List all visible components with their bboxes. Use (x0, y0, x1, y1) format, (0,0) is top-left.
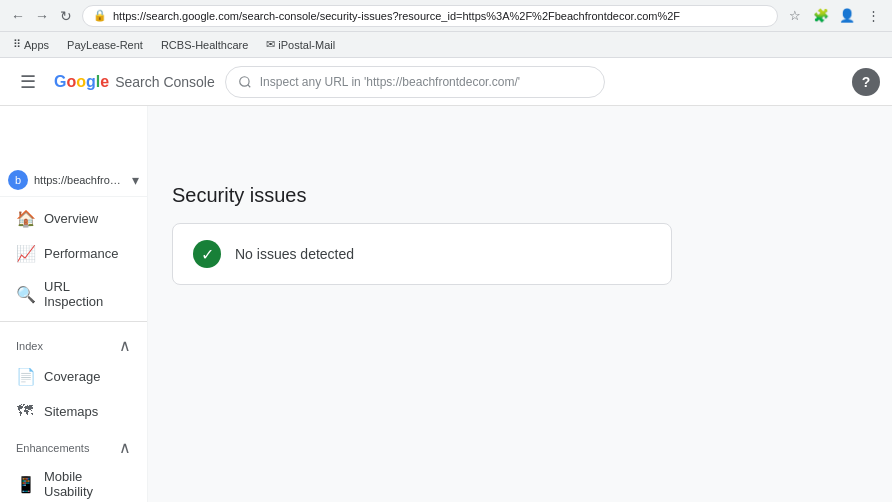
index-section-label: Index (16, 340, 43, 352)
site-name: https://beachfrontdecor.com/ (34, 174, 126, 186)
top-bar-right: ? (852, 68, 880, 96)
app-name: Search Console (115, 74, 215, 90)
home-icon: 🏠 (16, 209, 34, 228)
status-message: No issues detected (235, 246, 354, 262)
nav-buttons: ← → ↻ (8, 6, 76, 26)
more-options-icon[interactable]: ⋮ (862, 5, 884, 27)
sidebar-item-mobile-usability[interactable]: 📱 Mobile Usability (0, 461, 139, 502)
performance-label: Performance (44, 246, 118, 261)
sidebar-item-url-inspection[interactable]: 🔍 URL Inspection (0, 271, 139, 317)
sidebar: b https://beachfrontdecor.com/ ▾ 🏠 Overv… (0, 58, 148, 502)
profile-icon[interactable]: 👤 (836, 5, 858, 27)
bookmark-label: RCBS-Healthcare (161, 39, 248, 51)
bookmark-apps[interactable]: ⠿ Apps (8, 36, 54, 53)
bookmarks-bar: ⠿ Apps PayLease-Rent RCBS-Healthcare ✉ i… (0, 32, 892, 58)
search-bar[interactable]: Inspect any URL in 'https://beachfrontde… (225, 66, 605, 98)
url-inspection-icon: 🔍 (16, 285, 34, 304)
back-button[interactable]: ← (8, 6, 28, 26)
svg-point-0 (240, 76, 249, 85)
status-card: ✓ No issues detected (172, 223, 672, 285)
section-toggle-icon[interactable]: ∧ (119, 336, 131, 355)
url-text: https://search.google.com/search-console… (113, 10, 680, 22)
site-selector[interactable]: b https://beachfrontdecor.com/ ▾ (0, 164, 147, 197)
performance-icon: 📈 (16, 244, 34, 263)
page-title: Security issues (172, 184, 868, 207)
site-favicon: b (8, 170, 28, 190)
search-placeholder: Inspect any URL in 'https://beachfrontde… (260, 75, 520, 89)
mobile-usability-label: Mobile Usability (44, 469, 123, 499)
sidebar-item-performance[interactable]: 📈 Performance (0, 236, 139, 271)
extensions-icon[interactable]: 🧩 (810, 5, 832, 27)
mobile-usability-icon: 📱 (16, 475, 34, 494)
bookmark-icon: ✉ (266, 38, 275, 51)
address-bar[interactable]: 🔒 https://search.google.com/search-conso… (82, 5, 778, 27)
top-bar: ☰ Google Search Console Inspect any URL … (0, 58, 892, 106)
sidebar-divider (0, 321, 147, 322)
check-icon: ✓ (193, 240, 221, 268)
sidebar-item-sitemaps[interactable]: 🗺 Sitemaps (0, 394, 139, 428)
bookmark-rcbs[interactable]: RCBS-Healthcare (156, 37, 253, 53)
search-icon (238, 75, 252, 89)
bookmark-label: iPostal-Mail (278, 39, 335, 51)
sitemaps-label: Sitemaps (44, 404, 98, 419)
section-toggle-icon[interactable]: ∧ (119, 438, 131, 457)
browser-bar: ← → ↻ 🔒 https://search.google.com/search… (0, 0, 892, 32)
bookmark-label: PayLease-Rent (67, 39, 143, 51)
help-button[interactable]: ? (852, 68, 880, 96)
app-container: b https://beachfrontdecor.com/ ▾ 🏠 Overv… (0, 58, 892, 502)
sidebar-item-overview[interactable]: 🏠 Overview (0, 201, 139, 236)
reload-button[interactable]: ↻ (56, 6, 76, 26)
sitemaps-icon: 🗺 (16, 402, 34, 420)
browser-actions: ☆ 🧩 👤 ⋮ (784, 5, 884, 27)
section-enhancements-header: Enhancements ∧ (0, 428, 147, 461)
apps-label: Apps (24, 39, 49, 51)
lock-icon: 🔒 (93, 9, 107, 22)
bookmark-paylease[interactable]: PayLease-Rent (62, 37, 148, 53)
coverage-label: Coverage (44, 369, 100, 384)
apps-icon: ⠿ (13, 38, 21, 51)
app-logo: Google Search Console (54, 73, 215, 91)
sidebar-item-coverage[interactable]: 📄 Coverage (0, 359, 139, 394)
dropdown-arrow-icon: ▾ (132, 172, 139, 188)
section-index-header: Index ∧ (0, 326, 147, 359)
bookmark-ipostal[interactable]: ✉ iPostal-Mail (261, 36, 340, 53)
svg-line-1 (247, 84, 250, 87)
overview-label: Overview (44, 211, 98, 226)
bookmark-star-icon[interactable]: ☆ (784, 5, 806, 27)
hamburger-menu-icon[interactable]: ☰ (12, 66, 44, 98)
content-area: Security issues ✓ No issues detected (148, 164, 892, 305)
main-content: Security issues ✓ No issues detected (148, 58, 892, 502)
coverage-icon: 📄 (16, 367, 34, 386)
url-inspection-label: URL Inspection (44, 279, 123, 309)
enhancements-section-label: Enhancements (16, 442, 89, 454)
forward-button[interactable]: → (32, 6, 52, 26)
